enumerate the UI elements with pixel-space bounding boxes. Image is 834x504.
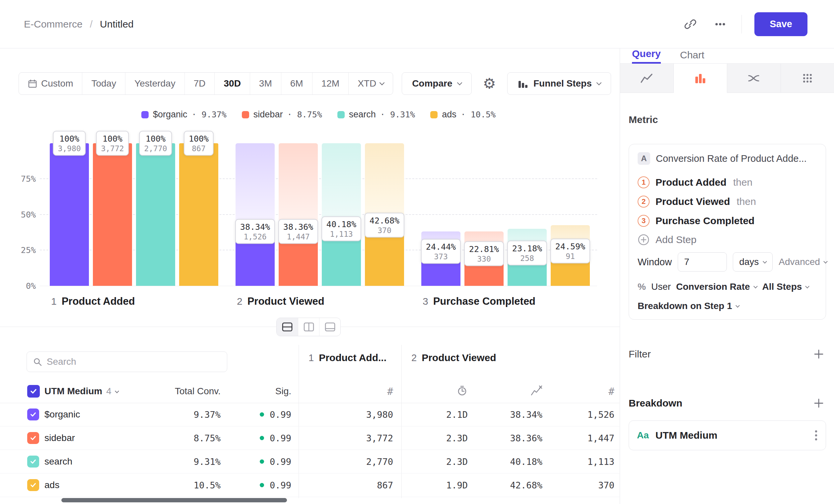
y-axis-tick: 25% — [21, 245, 36, 255]
measure-entity[interactable]: User — [651, 281, 671, 292]
total-conv-header[interactable]: Total Conv. — [175, 386, 221, 396]
row-checkbox[interactable] — [27, 479, 39, 491]
calendar-icon — [28, 79, 37, 88]
legend-item-ads[interactable]: ads· 10.5% — [430, 109, 496, 120]
funnel-bar-ads[interactable] — [179, 143, 218, 286]
range-12m[interactable]: 12M — [312, 73, 348, 94]
window-value-input[interactable] — [678, 252, 727, 272]
range-7d[interactable]: 7D — [184, 73, 215, 94]
layout-bottom-panel-button[interactable] — [319, 318, 341, 336]
percent-icon[interactable]: % — [638, 281, 646, 292]
date-range-group: CustomTodayYesterday7D30D3M6M12MXTD — [19, 72, 393, 95]
significance-dot — [260, 483, 264, 487]
breakdown-on-step-select[interactable]: Breakdown on Step 1 — [638, 301, 817, 311]
more-options-button[interactable] — [711, 16, 729, 33]
horizontal-scrollbar[interactable] — [61, 498, 287, 502]
legend-label: search — [349, 109, 376, 120]
metric-step-1[interactable]: 1Product Addedthen — [638, 173, 817, 192]
row-checkbox[interactable] — [27, 456, 39, 467]
bar-count: 867 — [189, 144, 208, 153]
range-today[interactable]: Today — [82, 73, 125, 94]
steps-scope-select[interactable]: All Steps — [762, 281, 809, 292]
breakdown-column-header[interactable]: UTM Medium 4 — [44, 386, 118, 396]
advanced-button[interactable]: Advanced — [778, 257, 827, 267]
layout-split-vertical-button[interactable] — [298, 318, 319, 336]
add-step-button[interactable]: Add Step — [638, 230, 817, 249]
metric-step-3[interactable]: 3Purchase Completed — [638, 211, 817, 230]
row-checkbox[interactable] — [27, 409, 39, 420]
significance-dot — [260, 412, 264, 417]
link-icon — [684, 18, 697, 31]
measure-label: Conversion Rate — [676, 281, 750, 292]
breadcrumb-project[interactable]: E-Commerce — [24, 19, 83, 30]
range-yesterday[interactable]: Yesterday — [125, 73, 184, 94]
add-filter-button[interactable] — [811, 347, 826, 361]
tab-query[interactable]: Query — [632, 48, 661, 64]
bar-value-label: 24.44%373 — [421, 239, 461, 264]
range-label: 7D — [194, 78, 206, 89]
legend-item-sidebar[interactable]: sidebar· 8.75% — [242, 109, 322, 120]
string-type-icon: Aa — [637, 430, 649, 441]
range-xtd[interactable]: XTD — [348, 73, 393, 94]
avg-time-column-button[interactable] — [457, 385, 468, 397]
breakdown-property-card[interactable]: Aa UTM Medium — [629, 420, 826, 450]
count-column-icon[interactable]: # — [387, 386, 393, 397]
funnels-tab[interactable] — [674, 64, 727, 93]
legend-item-organic[interactable]: $organic· 9.37% — [141, 109, 226, 120]
metric-step-2[interactable]: 2Product Viewedthen — [638, 192, 817, 211]
chart-settings-button[interactable]: ⚙ — [483, 76, 496, 91]
table-row-sidebar[interactable]: sidebar8.75%0.993,7722.3D38.36%1,447 — [0, 427, 620, 450]
funnel-bar-organic[interactable] — [50, 143, 89, 286]
legend-swatch — [141, 111, 149, 118]
top-bar: E-Commerce / Untitled Save — [0, 0, 834, 48]
funnel-bar-ghost — [236, 143, 275, 231]
add-breakdown-button[interactable] — [811, 396, 826, 411]
date-toolbar: CustomTodayYesterday7D30D3M6M12MXTD Comp… — [19, 72, 611, 95]
chevron-down-icon — [753, 284, 758, 289]
select-all-checkbox[interactable] — [27, 385, 40, 397]
funnel-bar-search[interactable] — [136, 143, 175, 286]
breakdown-options-button[interactable] — [814, 429, 818, 441]
step1-count: 867 — [377, 480, 393, 490]
funnel-bar-ghost — [279, 143, 318, 231]
row-checkbox[interactable] — [27, 432, 39, 444]
window-unit-select[interactable]: days — [733, 252, 773, 272]
bar-pct: 42.68% — [370, 216, 399, 226]
sig-header[interactable]: Sig. — [275, 386, 291, 396]
range-30d[interactable]: 30D — [214, 73, 249, 94]
check-icon — [29, 458, 37, 465]
bar-pct: 38.36% — [283, 222, 313, 231]
chart-type-button[interactable]: Funnel Steps — [507, 72, 611, 95]
count-column-icon[interactable]: # — [609, 386, 614, 397]
retention-tab[interactable] — [781, 64, 834, 93]
share-link-button[interactable] — [682, 16, 699, 33]
search-input[interactable] — [47, 357, 221, 367]
plus-icon — [814, 349, 824, 359]
bar-count: 3,772 — [101, 144, 124, 153]
compare-button[interactable]: Compare — [402, 72, 471, 95]
tab-chart[interactable]: Chart — [680, 49, 704, 63]
table-group-step2: 2 Product Viewed — [411, 352, 496, 363]
bar-value-label: 24.59%91 — [550, 239, 590, 264]
measure-select[interactable]: Conversion Rate — [676, 281, 757, 292]
save-button[interactable]: Save — [754, 12, 808, 36]
range-6m[interactable]: 6M — [281, 73, 312, 94]
step2-avg-time: 2.1D — [446, 410, 468, 420]
table-row-ads[interactable]: ads10.5%0.998671.9D42.68%370 — [0, 474, 620, 497]
breadcrumb-title[interactable]: Untitled — [100, 19, 134, 30]
range-custom[interactable]: Custom — [19, 73, 82, 94]
row-label: sidebar — [44, 433, 75, 443]
layout-split-horizontal-button[interactable] — [277, 318, 298, 336]
legend-item-search[interactable]: search· 9.31% — [337, 109, 415, 120]
table-row-search[interactable]: search9.31%0.992,7702.3D40.18%1,113 — [0, 450, 620, 474]
table-row-organic[interactable]: $organic9.37%0.993,9802.1D38.34%1,526 — [0, 403, 620, 427]
step-number-badge: 3 — [638, 215, 650, 227]
flows-tab[interactable] — [727, 64, 781, 93]
range-3m[interactable]: 3M — [250, 73, 281, 94]
conversion-column-button[interactable] — [530, 385, 542, 397]
funnel-bar-sidebar[interactable] — [93, 143, 132, 286]
insights-tab[interactable] — [620, 64, 674, 93]
step1-count: 2,770 — [366, 457, 393, 467]
group-label: Product Viewed — [422, 352, 496, 363]
metric-title-row[interactable]: A Conversion Rate of Product Adde... — [638, 152, 817, 165]
